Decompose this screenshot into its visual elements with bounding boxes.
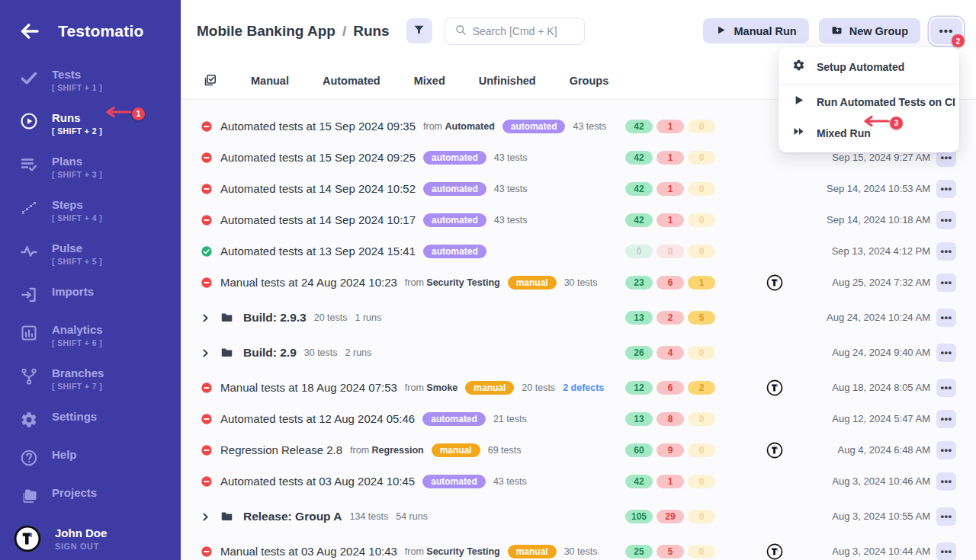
run-row[interactable]: Regression Release 2.8from Regressionman… xyxy=(181,434,976,466)
filter-button[interactable] xyxy=(406,18,432,43)
run-more-col: ••• xyxy=(936,507,956,526)
back-arrow-icon[interactable] xyxy=(18,20,41,43)
steps-icon xyxy=(20,199,38,217)
row-more-button[interactable]: ••• xyxy=(936,507,956,526)
run-row[interactable]: Manual tests at 24 Aug 2024 10:23from Se… xyxy=(181,267,976,298)
sidebar-item-steps[interactable]: Steps[ SHIFT + 4 ] xyxy=(0,193,181,228)
row-more-button[interactable]: ••• xyxy=(936,472,956,491)
sidebar-item-analytics[interactable]: Analytics[ SHIFT + 6 ] xyxy=(0,318,181,353)
sign-out-link[interactable]: SIGN OUT xyxy=(55,542,107,551)
tab-manual[interactable]: Manual xyxy=(251,75,289,87)
row-more-button[interactable]: ••• xyxy=(936,542,956,560)
run-title: Automated tests at 15 Sep 2024 09:25 xyxy=(220,151,416,164)
sidebar-item-imports[interactable]: Imports xyxy=(0,280,181,309)
run-title: Automated tests at 03 Aug 2024 10:45 xyxy=(220,475,415,488)
search-icon xyxy=(454,24,467,39)
row-more-button[interactable]: ••• xyxy=(936,344,956,362)
count-pill-fail: 1 xyxy=(657,475,684,488)
tab-mixed[interactable]: Mixed xyxy=(414,75,445,87)
run-row[interactable]: Automated tests at 03 Aug 2024 10:45auto… xyxy=(181,466,976,497)
breadcrumb: Mobile Banking App / Runs xyxy=(197,23,390,40)
run-type-badge: automated xyxy=(422,412,486,426)
result-counts: 105290 xyxy=(625,510,734,523)
group-row[interactable]: Release: Group A134 tests54 runs105290Au… xyxy=(181,501,976,532)
sidebar-item-shortcut: [ SHIFT + 1 ] xyxy=(52,83,102,92)
count-pill-pass: 42 xyxy=(625,120,653,133)
dropdown-item-mixed-run[interactable]: Mixed Run xyxy=(779,117,959,149)
sidebar-item-text: Steps[ SHIFT + 4 ] xyxy=(52,198,102,222)
defects-link[interactable]: 2 defects xyxy=(563,382,604,393)
sidebar-item-runs[interactable]: Runs[ SHIFT + 2 ] xyxy=(0,106,181,141)
user-section[interactable]: John Doe SIGN OUT xyxy=(0,519,181,558)
run-type-badge: manual xyxy=(432,443,480,457)
count-pill-skip: 0 xyxy=(688,412,715,426)
sidebar-item-plans[interactable]: Plans[ SHIFT + 3 ] xyxy=(0,149,181,184)
tab-unfinished[interactable]: Unfinished xyxy=(479,75,536,87)
bar-chart-icon xyxy=(20,324,38,342)
breadcrumb-project[interactable]: Mobile Banking App xyxy=(197,23,336,40)
row-more-button[interactable]: ••• xyxy=(936,242,956,261)
result-counts: 4210 xyxy=(625,213,734,227)
app-window: Testomatio Tests[ SHIFT + 1 ]Runs[ SHIFT… xyxy=(0,0,976,560)
run-type-badge: manual xyxy=(465,381,514,395)
projects-icon xyxy=(20,487,38,505)
runs-list: Automated tests at 15 Sep 2024 09:35from… xyxy=(181,100,976,560)
run-row[interactable]: Automated tests at 13 Sep 2024 15:41auto… xyxy=(181,235,976,267)
sidebar-item-settings[interactable]: Settings xyxy=(0,405,181,434)
sidebar-item-text: Imports xyxy=(52,285,94,298)
run-title: Manual tests at 24 Aug 2024 10:23 xyxy=(220,276,397,289)
sidebar-item-tests[interactable]: Tests[ SHIFT + 1 ] xyxy=(0,62,181,98)
sidebar-item-help[interactable]: Help xyxy=(0,443,181,472)
minus-circle-icon xyxy=(201,277,213,289)
row-more-button[interactable]: ••• xyxy=(936,211,956,229)
count-pill-fail: 1 xyxy=(657,213,684,227)
row-more-button[interactable]: ••• xyxy=(936,410,956,428)
count-pill-fail: 0 xyxy=(657,245,684,258)
manual-run-button[interactable]: Manual Run xyxy=(703,18,808,43)
row-more-button[interactable]: ••• xyxy=(936,274,956,292)
sidebar-item-branches[interactable]: Branches[ SHIFT + 7 ] xyxy=(0,361,181,396)
search-box[interactable] xyxy=(445,18,585,45)
minus-circle-icon xyxy=(201,120,213,133)
row-more-button[interactable]: ••• xyxy=(936,441,956,459)
sidebar-item-pulse[interactable]: Pulse[ SHIFT + 5 ] xyxy=(0,236,181,271)
dropdown-item-setup-automated[interactable]: Setup Automated xyxy=(779,51,959,82)
chevron-right-icon[interactable] xyxy=(201,347,210,357)
count-pill-pass: 13 xyxy=(625,412,653,426)
sidebar-item-text: Projects xyxy=(52,486,97,499)
run-date: Aug 25, 2024 7:32 AM xyxy=(816,277,936,288)
chevron-right-icon[interactable] xyxy=(201,312,210,322)
count-pill-fail: 1 xyxy=(657,120,684,133)
tab-groups[interactable]: Groups xyxy=(570,75,609,87)
run-row[interactable]: Automated tests at 14 Sep 2024 10:52auto… xyxy=(181,173,976,204)
run-row[interactable]: Automated tests at 12 Aug 2024 05:46auto… xyxy=(181,403,976,434)
row-more-button[interactable]: ••• xyxy=(936,180,956,198)
minus-circle-icon xyxy=(201,413,213,425)
run-row[interactable]: Manual tests at 18 Aug 2024 07:53from Sm… xyxy=(181,372,976,403)
run-row[interactable]: Manual tests at 03 Aug 2024 10:43from Se… xyxy=(181,536,976,560)
select-all-icon[interactable] xyxy=(203,73,217,88)
dropdown-divider xyxy=(779,84,959,85)
sidebar-item-shortcut: [ SHIFT + 4 ] xyxy=(52,213,102,222)
count-pill-pass: 25 xyxy=(625,545,653,558)
chevron-right-icon[interactable] xyxy=(201,511,210,521)
run-from-label: from Smoke xyxy=(405,382,458,393)
user-name: John Doe xyxy=(55,526,107,539)
group-row[interactable]: Build: 2.930 tests2 runs2640Aug 24, 2024… xyxy=(181,337,976,368)
sidebar-item-label: Analytics xyxy=(52,323,103,336)
more-actions-button[interactable]: ••• xyxy=(930,18,962,44)
run-row[interactable]: Automated tests at 14 Sep 2024 10:17auto… xyxy=(181,204,976,235)
tab-automated[interactable]: Automated xyxy=(323,75,380,87)
new-group-button[interactable]: New Group xyxy=(819,18,920,43)
run-row-main: Build: 2.9.320 tests1 runs xyxy=(201,311,625,325)
help-icon xyxy=(20,449,38,467)
search-input[interactable] xyxy=(473,25,575,37)
count-pill-pass: 105 xyxy=(625,510,653,523)
play-icon xyxy=(792,94,805,110)
group-row[interactable]: Build: 2.9.320 tests1 runs1325Aug 24, 20… xyxy=(181,302,976,333)
group-tests-count: 134 tests xyxy=(350,511,389,522)
sidebar-item-projects[interactable]: Projects xyxy=(0,481,181,510)
row-more-button[interactable]: ••• xyxy=(936,379,956,397)
dropdown-item-run-automated-tests-on-ci[interactable]: Run Automated Tests on CI xyxy=(779,86,959,117)
row-more-button[interactable]: ••• xyxy=(936,309,956,327)
